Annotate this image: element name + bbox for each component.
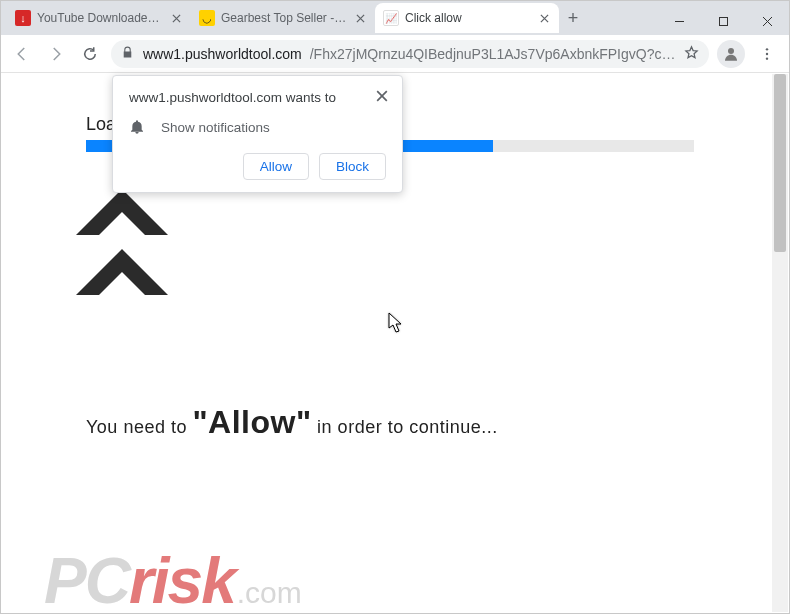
tab-click-allow[interactable]: 📈 Click allow — [375, 3, 559, 33]
svg-point-3 — [766, 52, 768, 54]
window-controls — [657, 7, 789, 35]
new-tab-button[interactable]: + — [559, 4, 587, 32]
titlebar: ↓ YouTube Downloader - Do ◡ Gearbest Top… — [1, 1, 789, 35]
bell-icon — [129, 119, 145, 135]
kebab-menu-button[interactable] — [753, 40, 781, 68]
close-icon[interactable] — [376, 88, 390, 102]
minimize-button[interactable] — [657, 7, 701, 35]
toolbar: www1.pushworldtool.com/Fhx27jMQrnzu4QIBe… — [1, 35, 789, 73]
tab-gearbest[interactable]: ◡ Gearbest Top Seller - Dive — [191, 3, 375, 33]
permission-prompt: www1.pushworldtool.com wants to Show not… — [112, 75, 403, 193]
watermark-risk: risk — [129, 545, 235, 612]
close-icon[interactable] — [169, 11, 183, 25]
close-window-button[interactable] — [745, 7, 789, 35]
tab-youtube-downloader[interactable]: ↓ YouTube Downloader - Do — [7, 3, 191, 33]
allow-button[interactable]: Allow — [243, 153, 309, 180]
instruction-emphasis: "Allow" — [192, 404, 311, 440]
forward-button[interactable] — [43, 41, 69, 67]
profile-button[interactable] — [717, 40, 745, 68]
back-button[interactable] — [9, 41, 35, 67]
close-icon[interactable] — [353, 11, 367, 25]
tab-label: Gearbest Top Seller - Dive — [221, 11, 347, 25]
svg-rect-0 — [719, 17, 727, 25]
lock-icon — [121, 46, 135, 62]
double-chevron-up-icon — [76, 189, 168, 319]
tabs-row: ↓ YouTube Downloader - Do ◡ Gearbest Top… — [1, 1, 657, 35]
close-icon[interactable] — [537, 11, 551, 25]
url-path: /Fhx27jMQrnzu4QIBedjnuP3L1AJs7Vp6AxbnkFP… — [310, 46, 676, 62]
plus-icon: + — [568, 8, 579, 29]
tab-label: YouTube Downloader - Do — [37, 11, 163, 25]
address-bar[interactable]: www1.pushworldtool.com/Fhx27jMQrnzu4QIBe… — [111, 40, 709, 68]
svg-point-4 — [766, 57, 768, 59]
watermark-pc: PC — [44, 545, 129, 612]
browser-window: ↓ YouTube Downloader - Do ◡ Gearbest Top… — [0, 0, 790, 614]
maximize-button[interactable] — [701, 7, 745, 35]
permission-request-row: Show notifications — [129, 119, 386, 135]
tab-label: Click allow — [405, 11, 531, 25]
vertical-scrollbar[interactable] — [772, 74, 788, 612]
instruction-before: You need to — [86, 417, 192, 437]
favicon-icon: ↓ — [15, 10, 31, 26]
instruction-after: in order to continue... — [312, 417, 498, 437]
scrollbar-thumb[interactable] — [774, 74, 786, 252]
svg-point-2 — [766, 48, 768, 50]
url-host: www1.pushworldtool.com — [143, 46, 302, 62]
favicon-icon: ◡ — [199, 10, 215, 26]
permission-request-text: Show notifications — [161, 120, 270, 135]
bookmark-star-icon[interactable] — [684, 45, 699, 63]
svg-point-1 — [728, 48, 734, 54]
reload-button[interactable] — [77, 41, 103, 67]
permission-actions: Allow Block — [129, 153, 386, 180]
instruction-text: You need to "Allow" in order to continue… — [86, 404, 498, 441]
watermark: PCrisk.com — [44, 544, 302, 612]
block-button[interactable]: Block — [319, 153, 386, 180]
favicon-icon: 📈 — [383, 10, 399, 26]
watermark-ext: .com — [237, 576, 302, 609]
permission-origin: www1.pushworldtool.com wants to — [129, 90, 386, 105]
